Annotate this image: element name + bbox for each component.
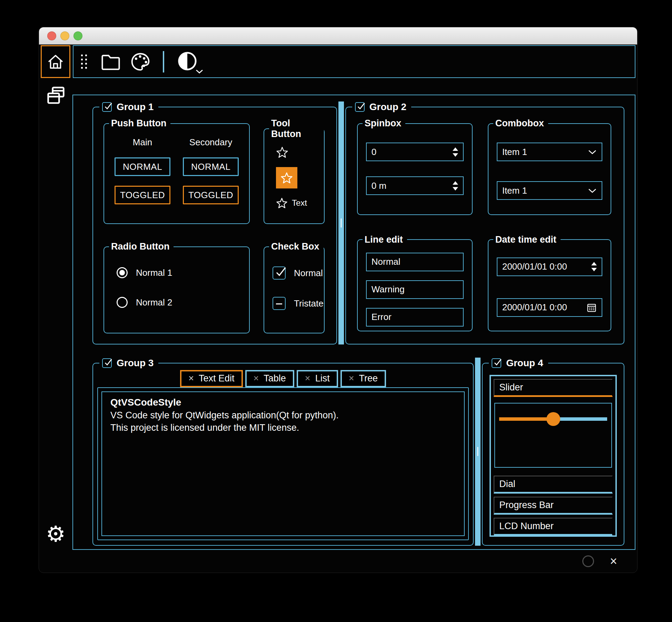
radio-label-1: Normal 1 [136, 268, 172, 278]
minimize-traffic-light[interactable] [60, 31, 69, 40]
windows-icon [46, 86, 66, 106]
date-time-edit-box: Date time edit 2000/01/01 0:00 2000/01/0… [488, 234, 611, 331]
toolbox-header-progress-label: Progress Bar [499, 500, 554, 511]
grip-icon[interactable] [81, 55, 87, 69]
radio-option-1[interactable]: Normal 1 [117, 267, 237, 278]
home-button[interactable] [41, 45, 70, 78]
combobox-1[interactable]: Item 1 [497, 143, 602, 161]
main-panel: Group 1 Push Button Main Secondary NORMA… [72, 95, 635, 550]
tab-close-icon[interactable]: × [349, 374, 354, 383]
line-edit-title: Line edit [363, 234, 407, 245]
settings-button[interactable]: ⚙ [46, 523, 66, 545]
main-toggled-button[interactable]: TOGGLED [115, 186, 170, 204]
main-normal-button[interactable]: NORMAL [115, 157, 170, 176]
line-edit-normal-value: Normal [372, 256, 458, 267]
group4-legend: Group 4 [489, 358, 548, 369]
statusbar: × [39, 550, 637, 573]
open-folder-button[interactable] [101, 53, 121, 71]
calendar-icon[interactable] [586, 302, 597, 313]
splitter-vertical-1[interactable] [338, 101, 344, 344]
tab-text-edit[interactable]: × Text Edit [180, 370, 243, 387]
spin-arrows-icon[interactable] [453, 181, 458, 191]
toolbox-header-slider-label: Slider [499, 382, 523, 393]
slider[interactable] [499, 412, 607, 426]
text-edit-area[interactable]: QtVSCodeStyle VS Code style for QtWidget… [101, 391, 465, 536]
toolbox-header-slider[interactable]: Slider [494, 379, 613, 397]
radio-button-title: Radio Button [109, 241, 174, 252]
tool-button-title: Tool Button [269, 118, 324, 139]
group3-checkbox[interactable] [102, 358, 112, 368]
spin-arrows-icon[interactable] [591, 262, 597, 271]
star-icon [280, 172, 293, 184]
slider-track-left[interactable] [499, 417, 553, 421]
combobox-title: Combobox [493, 118, 548, 129]
close-traffic-light[interactable] [47, 31, 56, 40]
palette-icon [130, 52, 150, 71]
tab-label: Text Edit [199, 373, 235, 384]
push-button-col-secondary: Secondary [183, 137, 239, 148]
line-edit-normal[interactable]: Normal [366, 253, 464, 271]
checkbox-label-tristate: Tristate [294, 298, 324, 309]
check-box-box: Check Box Normal Tristate [264, 241, 325, 333]
checkbox-checked-icon [273, 266, 286, 280]
checkbox-label-normal: Normal [294, 268, 323, 279]
circle-icon[interactable] [582, 555, 594, 567]
line-edit-error[interactable]: Error [366, 308, 464, 327]
spinbox-title: Spinbox [363, 118, 406, 129]
secondary-toggled-button[interactable]: TOGGLED [183, 186, 239, 204]
radio-label-2: Normal 2 [136, 297, 172, 308]
text-edit-line-2: This project is licensed under the MIT l… [110, 422, 456, 434]
group4-box: Group 4 Slider [482, 358, 624, 546]
theme-contrast-button[interactable] [177, 51, 201, 72]
slider-knob[interactable] [546, 412, 560, 426]
tab-close-icon[interactable]: × [188, 374, 194, 383]
tab-close-icon[interactable]: × [254, 374, 259, 383]
group2-checkbox[interactable] [355, 102, 365, 112]
tab-table[interactable]: × Table [245, 370, 294, 387]
checkbox-tristate[interactable]: Tristate [273, 297, 316, 310]
toolbox-accordion: Slider Dial [490, 375, 617, 537]
windows-button[interactable] [46, 86, 66, 106]
spinbox-int-field[interactable]: 0 [366, 143, 464, 161]
datetime-calendar-value: 2000/01/01 0:00 [502, 302, 583, 313]
tab-tree[interactable]: × Tree [340, 370, 386, 387]
tab-label: List [315, 373, 330, 384]
palette-button[interactable] [130, 52, 150, 71]
spin-arrows-icon[interactable] [453, 147, 458, 157]
group2-title: Group 2 [369, 101, 406, 113]
push-button-title: Push Button [109, 118, 170, 129]
combobox-2[interactable]: Item 1 [497, 181, 602, 200]
tab-label: Tree [359, 373, 378, 384]
tab-pane: QtVSCodeStyle VS Code style for QtWidget… [97, 387, 469, 540]
group4-checkbox[interactable] [492, 358, 501, 368]
tool-button-star[interactable] [276, 146, 288, 158]
tab-close-icon[interactable]: × [305, 374, 310, 383]
date-time-edit-title: Date time edit [493, 234, 561, 245]
secondary-normal-button[interactable]: NORMAL [183, 157, 239, 176]
radio-option-2[interactable]: Normal 2 [117, 297, 237, 308]
combobox-2-value: Item 1 [502, 185, 584, 196]
tool-button-star-text[interactable]: Text [276, 197, 307, 208]
group1-title: Group 1 [117, 101, 154, 113]
tool-button-star-toggled[interactable] [276, 167, 297, 188]
checkbox-partial-icon [273, 297, 286, 310]
star-icon [276, 197, 288, 208]
tab-list[interactable]: × List [297, 370, 338, 387]
datetime-calendar-field[interactable]: 2000/01/01 0:00 [497, 298, 602, 317]
tab-label: Table [264, 373, 286, 384]
group1-box: Group 1 Push Button Main Secondary NORMA… [92, 101, 337, 344]
tool-button-text-label: Text [292, 198, 307, 208]
close-icon[interactable]: × [610, 555, 617, 567]
toolbox-header-dial[interactable]: Dial [494, 476, 613, 494]
maximize-traffic-light[interactable] [73, 31, 82, 40]
line-edit-warning[interactable]: Warning [366, 280, 464, 299]
toolbox-header-progress-bar[interactable]: Progress Bar [494, 497, 613, 515]
contrast-icon [177, 51, 198, 72]
group1-checkbox[interactable] [102, 102, 112, 112]
spinbox-unit-field[interactable]: 0 m [366, 176, 464, 195]
toolbox-header-lcd-number[interactable]: LCD Number [494, 518, 613, 536]
splitter-vertical-2[interactable] [475, 358, 481, 546]
datetime-spin-field[interactable]: 2000/01/01 0:00 [497, 257, 602, 276]
checkbox-normal[interactable]: Normal [273, 266, 316, 280]
home-icon [46, 52, 66, 72]
